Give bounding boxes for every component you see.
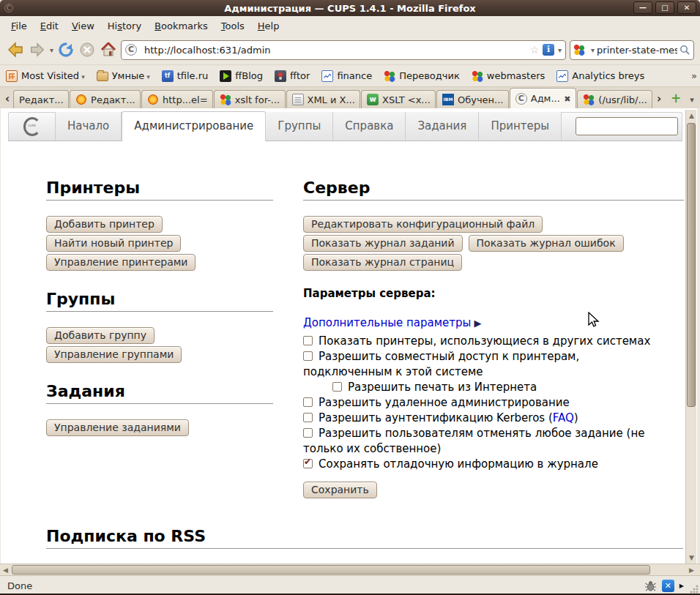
scroll-up-icon[interactable]: ▲ xyxy=(686,110,697,121)
browser-tab[interactable]: Адм... xyxy=(510,88,577,108)
menu-item[interactable]: File xyxy=(4,18,34,34)
jobs-section: Задания Управление заданиями xyxy=(46,382,273,436)
vertical-scrollbar[interactable]: ▲ ▼ xyxy=(685,110,696,564)
menu-item[interactable]: Help xyxy=(251,18,286,34)
reload-button[interactable] xyxy=(57,41,75,59)
bookmark-label: Analytics breys xyxy=(572,70,644,81)
bookmark-star-icon[interactable]: ☆ xyxy=(529,44,539,56)
search-input[interactable] xyxy=(597,45,677,56)
bookmark-folder-chevron xyxy=(144,70,150,81)
browser-tab[interactable]: xslt for-... xyxy=(214,90,286,108)
tab-scroll-right-icon[interactable]: › xyxy=(653,91,665,108)
firefox-window: { "titlebar": { "title": "Администрация … xyxy=(0,0,700,595)
back-history-chevron[interactable]: ▾ xyxy=(50,46,53,54)
printers-action-button[interactable]: Найти новый принтер xyxy=(46,235,181,252)
divider xyxy=(46,548,683,549)
search-bar[interactable]: ▾ xyxy=(570,40,694,60)
browser-tab[interactable]: Редакт... xyxy=(70,90,141,108)
firebug-icon[interactable] xyxy=(644,580,657,592)
statusbar-expander-icon[interactable]: ▶ xyxy=(679,583,684,589)
tab-favicon xyxy=(442,94,454,105)
tab-close-icon[interactable] xyxy=(564,93,570,104)
horizontal-scrollbar[interactable]: ◀ ▶ xyxy=(0,564,700,575)
tab-scroll-left-icon[interactable]: ‹ xyxy=(1,91,13,108)
checkbox[interactable] xyxy=(303,397,313,407)
menu-item[interactable]: History xyxy=(101,18,148,34)
scroll-left-icon[interactable]: ◀ xyxy=(0,564,11,576)
xmarks-icon[interactable]: ✕ xyxy=(662,580,674,592)
bookmark-item[interactable]: Умные xyxy=(97,70,150,81)
server-action-button[interactable]: Редактировать конфигурационный файл xyxy=(303,216,543,233)
cups-nav-tab[interactable]: Администрирование xyxy=(122,111,266,141)
close-button[interactable]: ✕ xyxy=(677,1,696,14)
url-dropdown-chevron[interactable]: ▾ xyxy=(558,46,562,54)
search-engine-chevron[interactable]: ▾ xyxy=(591,46,595,54)
back-button[interactable] xyxy=(6,40,25,59)
printers-action-button[interactable]: Управление принтерами xyxy=(46,254,196,271)
checkbox[interactable] xyxy=(303,351,313,361)
home-button[interactable] xyxy=(100,41,117,59)
new-tab-button[interactable]: + xyxy=(668,91,684,107)
bookmark-item[interactable]: webmasters xyxy=(472,70,546,82)
bookmark-item[interactable]: tfile.ru xyxy=(162,70,209,82)
minimize-button[interactable]: — xyxy=(633,1,652,14)
checkbox[interactable] xyxy=(303,336,313,345)
cups-nav-tab[interactable]: Группы xyxy=(266,112,333,141)
browser-tab[interactable]: Редакт... xyxy=(13,90,69,108)
menu-item[interactable]: Bookmarks xyxy=(148,18,215,34)
cups-nav-tab[interactable]: Справка xyxy=(333,112,406,141)
browser-tab[interactable]: XML и X... xyxy=(286,90,361,108)
groups-action-button[interactable]: Управление группами xyxy=(46,346,182,363)
groups-action-button[interactable]: Добавить группу xyxy=(46,327,154,344)
bookmark-item[interactable]: fftor xyxy=(275,70,310,82)
browser-tab[interactable]: XSLT <x... xyxy=(361,90,436,108)
bookmark-item[interactable]: Переводчик xyxy=(384,70,460,82)
url-input[interactable] xyxy=(144,45,526,56)
advanced-settings-link[interactable]: Дополнительные параметры xyxy=(303,316,471,329)
horizontal-scrollbar-thumb[interactable] xyxy=(12,565,650,575)
bookmarks-overflow-chevron[interactable]: » xyxy=(691,70,700,81)
checkbox[interactable] xyxy=(303,459,313,468)
titlebar[interactable]: C Администрация — CUPS 1.4.1 - Mozilla F… xyxy=(0,0,700,16)
browser-tab[interactable]: http...el= xyxy=(141,90,213,108)
faq-link[interactable]: FAQ xyxy=(553,411,574,424)
checkbox[interactable] xyxy=(332,382,342,392)
server-action-button[interactable]: Показать журнал страниц xyxy=(303,254,462,271)
printers-action-button[interactable]: Добавить принтер xyxy=(46,216,163,233)
url-bar[interactable]: ☆ i ▾ xyxy=(121,40,566,60)
stop-button[interactable] xyxy=(78,41,96,59)
search-icon[interactable] xyxy=(679,45,690,56)
browser-tab[interactable]: Обучен... xyxy=(436,90,509,108)
bookmark-item[interactable]: Analytics breys xyxy=(556,70,644,82)
cups-nav-tab[interactable]: Начало xyxy=(56,112,122,141)
cups-nav-tab[interactable]: Принтеры xyxy=(479,112,562,141)
menu-item[interactable]: View xyxy=(65,18,101,34)
window-title: Администрация — CUPS 1.4.1 - Mozilla Fir… xyxy=(0,3,700,14)
cups-search-input[interactable] xyxy=(576,117,678,135)
scroll-right-icon[interactable]: ▶ xyxy=(686,564,697,576)
checkbox[interactable] xyxy=(303,428,313,438)
resize-grip[interactable] xyxy=(689,584,699,594)
server-action-button[interactable]: Показать журнал ошибок xyxy=(469,235,624,252)
scroll-down-icon[interactable]: ▼ xyxy=(686,552,697,564)
vertical-scrollbar-thumb[interactable] xyxy=(687,123,696,407)
bookmark-item[interactable]: ffBlog xyxy=(220,70,263,82)
left-column: Принтеры Добавить принтерНайти новый при… xyxy=(46,179,273,455)
menu-item[interactable]: Tools xyxy=(215,18,251,34)
jobs-action-button[interactable]: Управление заданиями xyxy=(46,419,189,436)
menu-item[interactable]: Edit xyxy=(34,18,65,34)
server-action-button[interactable]: Показать журнал заданий xyxy=(303,235,463,252)
list-all-tabs-chevron[interactable]: ▾ xyxy=(685,92,699,108)
navigation-toolbar: ▾ ☆ i ▾ ▾ xyxy=(0,35,700,64)
save-button[interactable]: Сохранить xyxy=(303,482,377,498)
checkbox[interactable] xyxy=(303,413,313,422)
forward-button[interactable] xyxy=(29,41,46,59)
bookmark-item[interactable]: finance xyxy=(321,70,372,82)
browser-tab[interactable]: (/usr/lib/... xyxy=(577,90,652,108)
bookmark-item[interactable]: Most Visited xyxy=(6,70,85,82)
cups-logo[interactable]: CUPS xyxy=(9,113,56,141)
site-identity-icon[interactable]: i xyxy=(543,44,554,56)
server-section: Сервер Редактировать конфигурационный фа… xyxy=(303,179,684,498)
maximize-button[interactable]: □ xyxy=(655,1,674,14)
cups-nav-tab[interactable]: Задания xyxy=(406,112,479,141)
